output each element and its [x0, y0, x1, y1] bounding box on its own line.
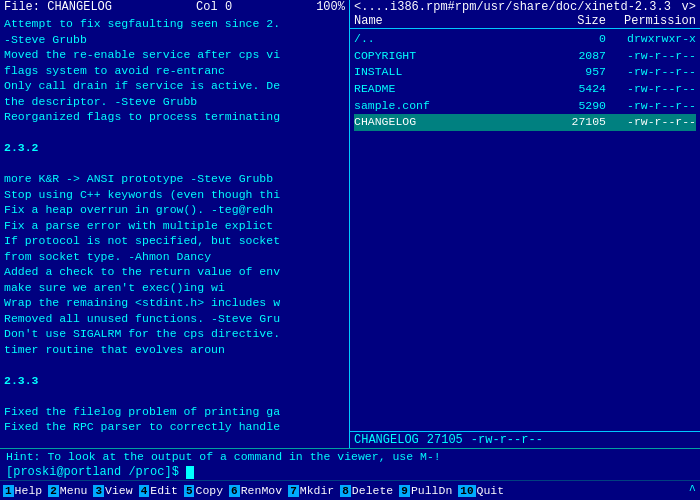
- fn-number: 9: [399, 485, 410, 497]
- fn-label: Copy: [195, 484, 223, 497]
- right-status-bar: CHANGELOG 27105 -rw-r--r--: [350, 431, 700, 448]
- file-permission: -rw-r--r--: [606, 81, 696, 98]
- fn-key-edit[interactable]: 4Edit: [136, 484, 181, 497]
- content-line: flags system to avoid re-entranc: [4, 63, 345, 79]
- file-table: Name Size Permission /..0drwxrwxr-xCOPYR…: [350, 14, 700, 431]
- fn-label: PullDn: [411, 484, 452, 497]
- content-line: timer routine that evolves aroun: [4, 342, 345, 358]
- status-filename: CHANGELOG: [354, 433, 419, 447]
- file-size: 957: [551, 64, 606, 81]
- shell-bar: [proski@portland /proc]$: [0, 464, 700, 480]
- status-permission: -rw-r--r--: [471, 433, 543, 447]
- content-line: make sure we aren't exec()ing wi: [4, 280, 345, 296]
- content-line: Fixed the filelog problem of printing ga: [4, 404, 345, 420]
- content-line: Attempt to fix segfaulting seen since 2.: [4, 16, 345, 32]
- file-size: 5424: [551, 81, 606, 98]
- fn-key-mkdir[interactable]: 7Mkdir: [285, 484, 337, 497]
- left-content: Attempt to fix segfaulting seen since 2.…: [0, 14, 349, 448]
- content-line: Reorganized flags to process terminating: [4, 109, 345, 125]
- table-row[interactable]: README5424-rw-r--r--: [354, 81, 696, 98]
- left-header-percent: 100%: [316, 0, 345, 14]
- fn-key-menu[interactable]: 2Menu: [45, 484, 90, 497]
- file-name: INSTALL: [354, 64, 551, 81]
- content-line: If protocol is not specified, but socket: [4, 233, 345, 249]
- fn-key-renmov[interactable]: 6RenMov: [226, 484, 285, 497]
- content-line: more K&R -> ANSI prototype -Steve Grubb: [4, 171, 345, 187]
- content-line: Only call drain if service is active. De: [4, 78, 345, 94]
- fn-number: 1: [3, 485, 14, 497]
- content-line: Stop using C++ keywords (even though thi: [4, 187, 345, 203]
- right-header-scroll: v>: [682, 0, 696, 14]
- top-pane: File: CHANGELOG Col 0 100% Attempt to fi…: [0, 0, 700, 448]
- fn-key-delete[interactable]: 8Delete: [337, 484, 396, 497]
- fn-key-quit[interactable]: 10Quit: [455, 484, 507, 497]
- fn-number: 8: [340, 485, 351, 497]
- file-name: COPYRIGHT: [354, 48, 551, 65]
- table-row[interactable]: /..0drwxrwxr-x: [354, 31, 696, 48]
- content-line: 2.3.3: [4, 373, 345, 389]
- shell-prompt: [proski@portland /proc]$: [6, 465, 179, 479]
- content-line: [4, 156, 345, 172]
- file-name: /..: [354, 31, 551, 48]
- table-row[interactable]: INSTALL957-rw-r--r--: [354, 64, 696, 81]
- fn-label: RenMov: [241, 484, 282, 497]
- table-row[interactable]: sample.conf5290-rw-r--r--: [354, 98, 696, 115]
- fn-number: 6: [229, 485, 240, 497]
- left-header-file: File: CHANGELOG: [4, 0, 112, 14]
- right-header: <....i386.rpm#rpm/usr/share/doc/xinetd-2…: [350, 0, 700, 14]
- content-line: [4, 357, 345, 373]
- fn-label: Mkdir: [300, 484, 335, 497]
- left-header-col: Col 0: [196, 0, 232, 14]
- content-line: Fixed the RPC parser to correctly handle: [4, 419, 345, 435]
- right-panel: <....i386.rpm#rpm/usr/share/doc/xinetd-2…: [350, 0, 700, 448]
- hint-text: Hint: To look at the output of a command…: [6, 450, 441, 463]
- status-size: 27105: [427, 433, 463, 447]
- fn-label: Delete: [352, 484, 393, 497]
- fn-number: 4: [139, 485, 150, 497]
- up-arrow-icon: ^: [685, 484, 700, 498]
- shell-caret: [186, 466, 194, 479]
- content-line: [4, 125, 345, 141]
- content-line: Fix a parse error with multiple explict: [4, 218, 345, 234]
- fn-label: Menu: [60, 484, 88, 497]
- col-size-header: Size: [551, 14, 606, 28]
- file-name: CHANGELOG: [354, 114, 551, 131]
- file-table-header: Name Size Permission: [350, 14, 700, 29]
- file-size: 5290: [551, 98, 606, 115]
- fn-key-help[interactable]: 1Help: [0, 484, 45, 497]
- file-size: 27105: [551, 114, 606, 131]
- file-permission: -rw-r--r--: [606, 114, 696, 131]
- fn-key-copy[interactable]: 5Copy: [181, 484, 226, 497]
- table-row[interactable]: COPYRIGHT2087-rw-r--r--: [354, 48, 696, 65]
- fn-label: Edit: [150, 484, 178, 497]
- col-perm-header: Permission: [606, 14, 696, 28]
- content-line: -Steve Grubb: [4, 32, 345, 48]
- content-line: [4, 388, 345, 404]
- left-panel: File: CHANGELOG Col 0 100% Attempt to fi…: [0, 0, 350, 448]
- table-row[interactable]: CHANGELOG27105-rw-r--r--: [354, 114, 696, 131]
- fn-key-pulldn[interactable]: 9PullDn: [396, 484, 455, 497]
- content-line: Added a check to the return value of env: [4, 264, 345, 280]
- file-name: sample.conf: [354, 98, 551, 115]
- left-header: File: CHANGELOG Col 0 100%: [0, 0, 349, 14]
- content-line: the descriptor. -Steve Grubb: [4, 94, 345, 110]
- fn-label: Quit: [477, 484, 505, 497]
- content-line: 2.3.2: [4, 140, 345, 156]
- col-name-header: Name: [354, 14, 551, 28]
- content-line: Moved the re-enable service after cps vi: [4, 47, 345, 63]
- fn-bar: 1Help2Menu3View4Edit5Copy6RenMov7Mkdir8D…: [0, 480, 700, 500]
- fn-number: 10: [458, 485, 475, 497]
- file-size: 0: [551, 31, 606, 48]
- fn-number: 2: [48, 485, 59, 497]
- content-line: from socket type. -Ahmon Dancy: [4, 249, 345, 265]
- fn-number: 3: [93, 485, 104, 497]
- file-size: 2087: [551, 48, 606, 65]
- file-name: README: [354, 81, 551, 98]
- fn-key-view[interactable]: 3View: [90, 484, 135, 497]
- content-line: Wrap the remaining <stdint.h> includes w: [4, 295, 345, 311]
- app: File: CHANGELOG Col 0 100% Attempt to fi…: [0, 0, 700, 500]
- fn-number: 7: [288, 485, 299, 497]
- content-line: Don't use SIGALRM for the cps directive.: [4, 326, 345, 342]
- file-list: /..0drwxrwxr-xCOPYRIGHT2087-rw-r--r--INS…: [350, 29, 700, 133]
- fn-label: View: [105, 484, 133, 497]
